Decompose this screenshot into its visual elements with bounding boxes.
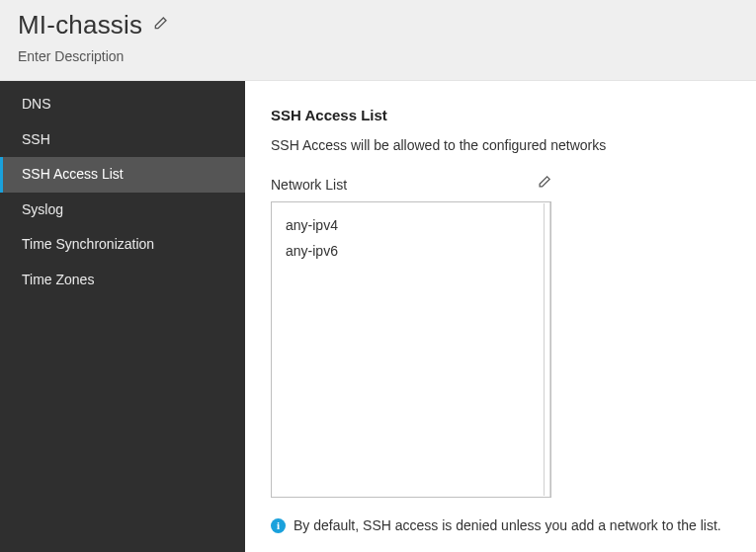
sidebar-item-label: DNS [22, 96, 51, 112]
sidebar-item-label: Time Synchronization [22, 236, 154, 252]
edit-network-list-button[interactable] [537, 175, 551, 194]
sidebar-item-label: SSH [22, 131, 50, 147]
section-title: SSH Access List [271, 107, 730, 123]
edit-title-button[interactable] [152, 16, 168, 36]
description-text[interactable]: Enter Description [18, 48, 738, 64]
pencil-icon [152, 16, 168, 36]
info-note: i By default, SSH access is denied unles… [271, 517, 730, 533]
sidebar-item-label: Time Zones [22, 272, 94, 287]
sidebar-item-label: Syslog [22, 201, 63, 217]
title-row: MI-chassis [18, 10, 738, 40]
sidebar-item-ssh-access-list[interactable]: SSH Access List [0, 157, 245, 193]
sidebar-item-dns[interactable]: DNS [0, 87, 245, 122]
network-list-header: Network List [271, 175, 551, 194]
section-subtitle: SSH Access will be allowed to the config… [271, 137, 730, 153]
list-item[interactable]: any-ipv4 [272, 212, 550, 238]
sidebar-item-ssh[interactable]: SSH [0, 122, 245, 158]
sidebar-item-time-synchronization[interactable]: Time Synchronization [0, 227, 245, 263]
sidebar-item-syslog[interactable]: Syslog [0, 193, 245, 228]
pencil-icon [537, 175, 551, 194]
sidebar-item-label: SSH Access List [22, 166, 124, 182]
info-note-text: By default, SSH access is denied unless … [294, 517, 721, 533]
body: DNSSSHSSH Access ListSyslogTime Synchron… [0, 81, 756, 552]
sidebar-item-time-zones[interactable]: Time Zones [0, 263, 245, 298]
content-panel: SSH Access List SSH Access will be allow… [245, 81, 756, 552]
network-list-label: Network List [271, 177, 537, 193]
sidebar: DNSSSHSSH Access ListSyslogTime Synchron… [0, 81, 245, 552]
network-list[interactable]: any-ipv4any-ipv6 [271, 201, 551, 498]
list-item[interactable]: any-ipv6 [272, 238, 550, 264]
page-header: MI-chassis Enter Description [0, 0, 756, 81]
info-icon: i [271, 518, 286, 533]
page-title: MI-chassis [18, 10, 142, 40]
